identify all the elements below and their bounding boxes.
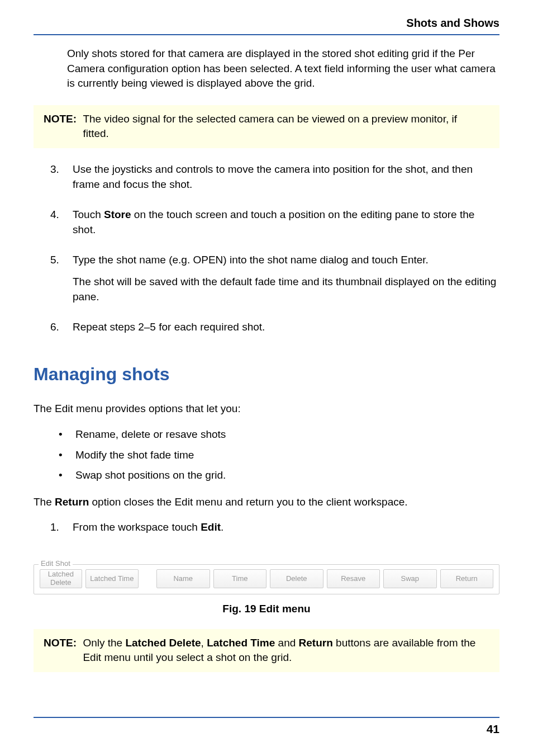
bullet-text: Modify the shot fade time — [75, 447, 194, 464]
note-text: Only the Latched Delete, Latched Time an… — [83, 636, 484, 665]
latched-time-button[interactable]: Latched Time — [85, 569, 139, 588]
section-heading-managing-shots: Managing shots — [34, 364, 499, 385]
step-text: The shot will be saved with the default … — [73, 275, 499, 304]
steps-list: 3. Use the joysticks and controls to mov… — [50, 162, 499, 342]
step-text: From the workspace touch Edit. — [73, 520, 499, 535]
step-number: 3. — [50, 162, 73, 199]
figure-caption: Fig. 19 Edit menu — [34, 603, 499, 615]
bullet-text: Rename, delete or resave shots — [75, 426, 226, 443]
swap-button[interactable]: Swap — [383, 569, 437, 588]
bullet-icon: • — [59, 447, 75, 464]
step-text: Repeat steps 2–5 for each required shot. — [73, 320, 499, 335]
note-label: NOTE: — [44, 112, 77, 127]
delete-button[interactable]: Delete — [270, 569, 323, 588]
time-button[interactable]: Time — [213, 569, 267, 588]
page-header-title: Shots and Shows — [34, 17, 499, 30]
intro-paragraph: Only shots stored for that camera are di… — [67, 46, 499, 91]
step-6: 6. Repeat steps 2–5 for each required sh… — [50, 320, 499, 342]
list-item: • Swap shot positions on the grid. — [59, 467, 499, 484]
latched-delete-button[interactable]: Latched Delete — [40, 569, 82, 588]
list-item: • Rename, delete or resave shots — [59, 426, 499, 443]
note-block-1: NOTE: The video signal for the selected … — [34, 105, 499, 148]
note-label: NOTE: — [44, 636, 77, 651]
bullet-list: • Rename, delete or resave shots • Modif… — [59, 426, 499, 484]
step-text: Type the shot name (e.g. OPEN) into the … — [73, 253, 499, 268]
name-button[interactable]: Name — [156, 569, 210, 588]
bullet-icon: • — [59, 467, 75, 484]
bullet-text: Swap shot positions on the grid. — [75, 467, 226, 484]
step-number: 5. — [50, 253, 73, 311]
page-number: 41 — [34, 722, 499, 736]
step-text: Use the joysticks and controls to move t… — [73, 162, 499, 192]
edit-shot-legend: Edit Shot — [39, 559, 73, 568]
workspace-steps: 1. From the workspace touch Edit. — [50, 520, 499, 542]
step-5: 5. Type the shot name (e.g. OPEN) into t… — [50, 253, 499, 311]
step-3: 3. Use the joysticks and controls to mov… — [50, 162, 499, 199]
step-4: 4. Touch Store on the touch screen and t… — [50, 207, 499, 244]
note-block-2: NOTE: Only the Latched Delete, Latched T… — [34, 629, 499, 672]
step-number: 4. — [50, 207, 73, 244]
step-text: Touch Store on the touch screen and touc… — [73, 207, 499, 237]
return-button[interactable]: Return — [440, 569, 494, 588]
step-1: 1. From the workspace touch Edit. — [50, 520, 499, 542]
bullet-icon: • — [59, 426, 75, 443]
step-number: 1. — [50, 520, 73, 542]
note-text: The video signal for the selected camera… — [83, 112, 484, 141]
return-option-text: The Return option closes the Edit menu a… — [34, 495, 499, 510]
list-item: • Modify the shot fade time — [59, 447, 499, 464]
edit-shot-panel: Edit Shot Latched Delete Latched Time Na… — [34, 564, 499, 594]
edit-intro-text: The Edit menu provides options that let … — [34, 401, 499, 417]
step-number: 6. — [50, 320, 73, 342]
resave-button[interactable]: Resave — [327, 569, 380, 588]
